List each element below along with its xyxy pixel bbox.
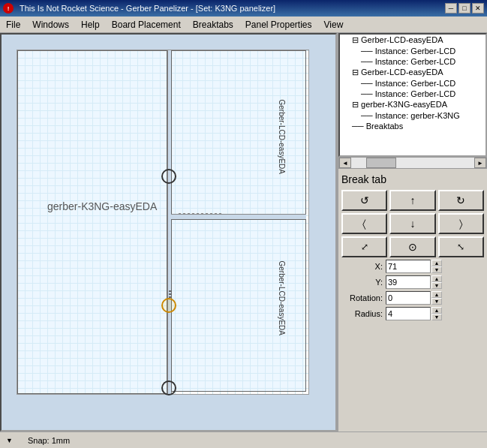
title-bar: ! This Is Not Rocket Science - Gerber Pa… — [0, 0, 487, 17]
radius-input[interactable] — [386, 307, 431, 320]
tree-item-8[interactable]: ── Breaktabs — [340, 121, 485, 131]
menu-board-placement[interactable]: Board Placement — [106, 17, 187, 32]
menu-help[interactable]: Help — [75, 17, 106, 32]
radius-property-row: Radius: ▲ ▼ — [341, 307, 484, 320]
snap-label: Snap: 1mm — [28, 436, 70, 445]
tree-item-3[interactable]: ⊟ Gerber-LCD-easyEDA — [340, 67, 485, 78]
contract-button[interactable]: ⤡ — [438, 236, 484, 257]
radius-label: Radius: — [341, 309, 383, 318]
move-right-button[interactable]: 〉 — [438, 213, 484, 234]
x-label: X: — [341, 262, 383, 271]
x-spin-up[interactable]: ▲ — [431, 260, 442, 266]
menu-breaktabs[interactable]: Breaktabs — [187, 17, 239, 32]
right-bottom-board-label: Gerber-LCD-easyEDA — [278, 261, 286, 335]
tree-h-scrollbar[interactable]: ◄ ► — [338, 157, 487, 169]
perforation-marks — [169, 290, 172, 298]
scroll-thumb[interactable] — [366, 158, 396, 168]
right-bottom-board — [171, 219, 306, 392]
rotation-property-row: Rotation: ▲ ▼ — [341, 291, 484, 305]
left-board — [17, 50, 167, 394]
close-button[interactable]: ✕ — [472, 3, 484, 14]
move-down-button[interactable]: ↓ — [389, 213, 435, 234]
status-bar: ▼ Snap: 1mm — [0, 431, 487, 448]
move-up-button[interactable]: ↑ — [389, 190, 435, 211]
tree-item-4[interactable]: ── Instance: Gerber-LCD — [340, 78, 485, 89]
status-arrow: ▼ — [6, 437, 13, 444]
rotation-spin-down[interactable]: ▼ — [431, 298, 442, 305]
tree-view[interactable]: ⊟ Gerber-LCD-easyEDA ── Instance: Gerber… — [338, 33, 487, 157]
rotate-left-button[interactable]: ↺ — [341, 190, 387, 211]
tree-item-6[interactable]: ⊟ gerber-K3NG-easyEDA — [340, 99, 485, 110]
x-spin-down[interactable]: ▼ — [431, 266, 442, 273]
y-property-row: Y: ▲ ▼ — [341, 275, 484, 289]
minimize-button[interactable]: ─ — [445, 3, 457, 14]
break-tab-section: Break tab ↺ ↑ ↻ 〈 ↓ 〉 ⤢ ⊙ ⤡ X: — [338, 169, 487, 431]
window-title: This Is Not Rocket Science - Gerber Pane… — [20, 4, 275, 13]
rotation-label: Rotation: — [341, 293, 383, 302]
y-spin-up[interactable]: ▲ — [431, 275, 442, 282]
tree-item-1[interactable]: ── Instance: Gerber-LCD — [340, 46, 485, 56]
menu-windows[interactable]: Windows — [26, 17, 75, 32]
h-breaktab-area — [171, 211, 231, 217]
rotation-input[interactable] — [386, 291, 431, 305]
tree-item-2[interactable]: ── Instance: Gerber-LCD — [340, 56, 485, 67]
rotation-spin-up[interactable]: ▲ — [431, 291, 442, 298]
break-tab-middle-selected[interactable] — [161, 298, 176, 313]
break-tab-title: Break tab — [341, 173, 484, 185]
maximize-button[interactable]: □ — [458, 3, 470, 14]
break-tab-top[interactable] — [161, 169, 176, 184]
tree-item-5[interactable]: ── Instance: Gerber-LCD — [340, 89, 485, 99]
center-button[interactable]: ⊙ — [389, 236, 435, 257]
break-tab-bottom[interactable] — [161, 380, 176, 395]
tree-item-0[interactable]: ⊟ Gerber-LCD-easyEDA — [340, 35, 485, 46]
tree-item-7[interactable]: ── Instance: gerber-K3NG — [340, 110, 485, 121]
menu-bar: File Windows Help Board Placement Breakt… — [0, 17, 487, 33]
radius-spin-down[interactable]: ▼ — [431, 314, 442, 320]
y-label: Y: — [341, 278, 383, 287]
rotate-right-button[interactable]: ↻ — [438, 190, 484, 211]
menu-file[interactable]: File — [0, 17, 26, 32]
radius-spin-up[interactable]: ▲ — [431, 307, 442, 314]
right-top-board-label: Gerber-LCD-easyEDA — [278, 100, 286, 174]
x-property-row: X: ▲ ▼ — [341, 260, 484, 273]
y-input[interactable] — [386, 275, 431, 289]
menu-panel-properties[interactable]: Panel Properties — [239, 17, 318, 32]
app-icon: ! — [3, 3, 14, 14]
menu-view[interactable]: View — [318, 17, 350, 32]
move-left-button[interactable]: 〈 — [341, 213, 387, 234]
expand-button[interactable]: ⤢ — [341, 236, 387, 257]
scroll-left-btn[interactable]: ◄ — [339, 158, 351, 168]
right-panel: ⊟ Gerber-LCD-easyEDA ── Instance: Gerber… — [337, 33, 487, 431]
x-input[interactable] — [386, 260, 431, 273]
y-spin-down[interactable]: ▼ — [431, 282, 442, 289]
left-board-label: gerber-K3NG-easyEDA — [47, 200, 157, 212]
board-canvas[interactable]: gerber-K3NG-easyEDA Gerber-LCD-easyEDA G… — [17, 50, 309, 395]
scroll-right-btn[interactable]: ► — [474, 158, 486, 168]
right-top-board — [171, 50, 306, 215]
scroll-track[interactable] — [351, 158, 474, 168]
canvas-area[interactable]: gerber-K3NG-easyEDA Gerber-LCD-easyEDA G… — [0, 33, 337, 431]
